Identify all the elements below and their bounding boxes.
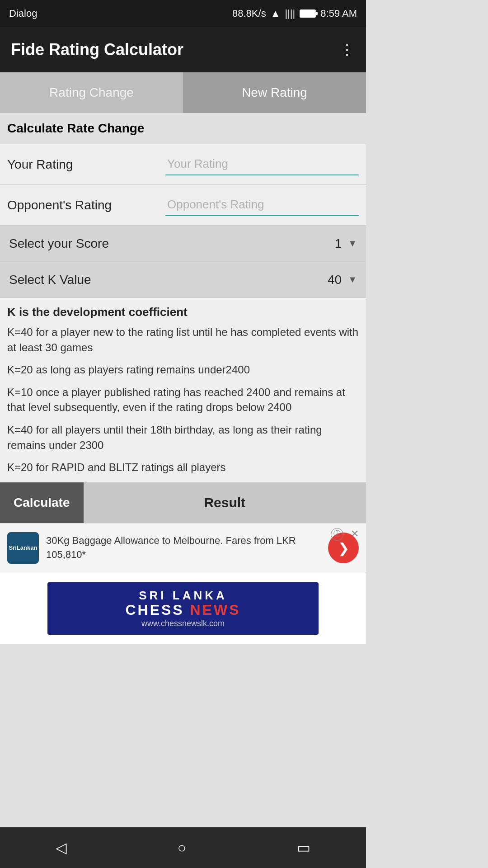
wifi-icon: ▲ xyxy=(271,8,281,19)
opponent-rating-input[interactable] xyxy=(165,194,359,216)
score-value-container: 1 ▼ xyxy=(335,236,357,251)
result-label: Result xyxy=(204,495,245,510)
info-line-3: K=40 for all players until their 18th bi… xyxy=(7,422,359,453)
tab-new-rating[interactable]: New Rating xyxy=(183,72,366,113)
score-label: Select your Score xyxy=(9,236,109,251)
opponent-rating-label: Opponent's Rating xyxy=(7,198,165,212)
chess-news-chess: CHESS NEWS xyxy=(125,603,240,617)
status-bar: Dialog 88.8K/s ▲ |||| 8:59 AM xyxy=(0,0,366,27)
score-dropdown-arrow: ▼ xyxy=(348,238,357,249)
info-line-0: K=40 for a player new to the rating list… xyxy=(7,325,359,355)
k-value-container: 40 ▼ xyxy=(328,273,357,287)
result-area: Result xyxy=(84,495,366,510)
calculate-button[interactable]: Calculate xyxy=(0,482,84,523)
tab-bar: Rating Change New Rating xyxy=(0,72,366,113)
ad-info-icon[interactable]: ⓘ xyxy=(331,528,343,541)
calculate-row: Calculate Result xyxy=(0,482,366,523)
score-dropdown[interactable]: Select your Score 1 ▼ xyxy=(0,226,366,262)
status-right: 88.8K/s ▲ |||| 8:59 AM xyxy=(232,8,357,19)
info-title: K is the development coefficient xyxy=(7,305,359,319)
chess-news-website: www.chessnewslk.com xyxy=(61,619,305,628)
your-rating-label: Your Rating xyxy=(7,157,165,172)
your-rating-row: Your Rating xyxy=(0,144,366,185)
info-line-4: K=20 for RAPID and BLITZ ratings all pla… xyxy=(7,460,359,475)
ad-cta-arrow-icon: ❯ xyxy=(338,540,349,556)
nav-back-button[interactable]: ◁ xyxy=(42,835,80,861)
ad-text: 30Kg Baggage Allowance to Melbourne. Far… xyxy=(46,534,321,562)
status-speed: 88.8K/s xyxy=(232,8,266,19)
k-value: 40 xyxy=(328,273,342,287)
ad-banner: SriLankan 30Kg Baggage Allowance to Melb… xyxy=(0,523,366,573)
opponent-rating-row: Opponent's Rating xyxy=(0,185,366,226)
status-app-name: Dialog xyxy=(9,8,37,19)
app-title: Fide Rating Calculator xyxy=(11,40,183,59)
battery-icon xyxy=(300,9,316,18)
k-value-dropdown-arrow: ▼ xyxy=(348,274,357,285)
info-line-1: K=20 as long as players rating remains u… xyxy=(7,362,359,377)
k-value-label: Select K Value xyxy=(9,273,91,287)
your-rating-input[interactable] xyxy=(165,153,359,175)
tab-rating-change[interactable]: Rating Change xyxy=(0,72,183,113)
app-bar: Fide Rating Calculator ⋮ xyxy=(0,27,366,72)
status-time: 8:59 AM xyxy=(320,8,357,19)
info-section: K is the development coefficient K=40 fo… xyxy=(0,298,366,475)
chess-news-inner: SRI LANKA CHESS NEWS www.chessnewslk.com xyxy=(47,582,319,635)
nav-bar: ◁ ○ ▭ xyxy=(0,827,366,868)
k-value-dropdown[interactable]: Select K Value 40 ▼ xyxy=(0,262,366,298)
nav-recent-button[interactable]: ▭ xyxy=(283,835,324,861)
main-content: Calculate Rate Change Your Rating Oppone… xyxy=(0,113,366,644)
score-value: 1 xyxy=(335,236,342,251)
menu-button[interactable]: ⋮ xyxy=(340,41,355,58)
section-header: Calculate Rate Change xyxy=(0,113,366,144)
nav-home-button[interactable]: ○ xyxy=(164,835,200,861)
ad-close-icon[interactable]: ✕ xyxy=(351,528,359,540)
ad-logo: SriLankan xyxy=(7,532,39,564)
info-line-2: K=10 once a player published rating has … xyxy=(7,385,359,415)
chess-news-sri-lanka: SRI LANKA xyxy=(61,589,305,603)
chess-news-banner: SRI LANKA CHESS NEWS www.chessnewslk.com xyxy=(0,573,366,644)
signal-icon: |||| xyxy=(285,8,295,19)
